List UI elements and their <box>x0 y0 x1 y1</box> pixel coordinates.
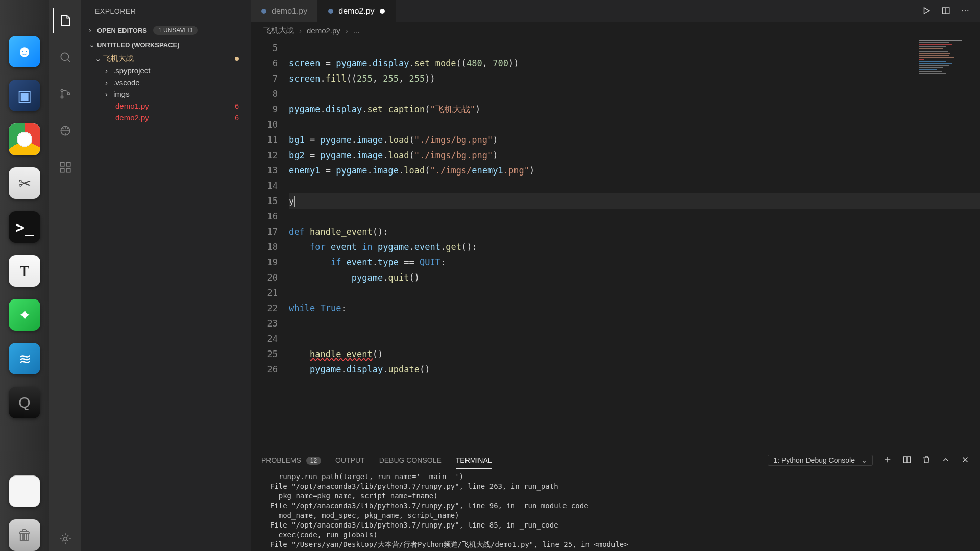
dock-trash-icon[interactable]: 🗑 <box>9 519 40 551</box>
tree-root-folder[interactable]: ⌄ 飞机大战 <box>82 52 251 65</box>
file-tree: ⌄ 飞机大战 › .spyproject › .vscode › imgs de… <box>82 52 251 551</box>
workspace-label: UNTITLED (WORKSPACE) <box>97 41 180 49</box>
panel-tab-bar: PROBLEMS 12 OUTPUT DEBUG CONSOLE TERMINA… <box>251 449 980 471</box>
panel-tab-problems[interactable]: PROBLEMS 12 <box>261 452 321 468</box>
activity-extensions-icon[interactable] <box>53 155 78 180</box>
activity-debug-icon[interactable] <box>53 118 78 143</box>
tab-demo1[interactable]: demo1.py <box>251 0 318 22</box>
code-content[interactable]: screen = pygame.display.set_mode((480, 7… <box>289 38 980 449</box>
chevron-right-icon: › <box>89 26 97 34</box>
panel-toolbar: 1: Python Debug Console ⌄ <box>768 455 970 466</box>
dock-quicktime-icon[interactable]: Q <box>9 387 40 418</box>
svg-point-13 <box>967 10 968 11</box>
split-editor-icon[interactable] <box>941 6 950 17</box>
breadcrumb-part[interactable]: 飞机大战 <box>263 26 294 35</box>
bottom-panel: PROBLEMS 12 OUTPUT DEBUG CONSOLE TERMINA… <box>251 449 980 551</box>
breadcrumb-part[interactable]: demo2.py <box>307 26 340 35</box>
svg-point-12 <box>965 10 966 11</box>
chevron-right-icon: › <box>346 26 348 35</box>
editor-area: demo1.py demo2.py 飞机大战 › demo2.py › ... <box>251 0 980 551</box>
new-terminal-icon[interactable] <box>883 455 892 466</box>
svg-point-0 <box>61 53 68 60</box>
dock-finder-icon[interactable]: ☻ <box>9 36 40 67</box>
svg-rect-7 <box>60 168 64 172</box>
workspace-section[interactable]: ⌄ UNTITLED (WORKSPACE) <box>82 38 251 52</box>
svg-point-11 <box>962 10 963 11</box>
tree-file-label: demo2.py <box>115 113 149 122</box>
breadcrumb[interactable]: 飞机大战 › demo2.py › ... <box>251 22 980 38</box>
more-actions-icon[interactable] <box>961 6 970 17</box>
dock-terminal-icon[interactable]: >_ <box>9 211 40 243</box>
tab-bar: demo1.py demo2.py <box>251 0 980 22</box>
svg-point-1 <box>61 89 63 91</box>
tab-label: demo1.py <box>272 7 307 16</box>
tree-folder[interactable]: › imgs <box>82 88 251 100</box>
dock-textedit-icon[interactable]: T <box>9 255 40 287</box>
python-file-icon <box>261 9 266 14</box>
panel-tab-label: PROBLEMS <box>261 456 301 464</box>
tree-folder-label: .vscode <box>113 78 140 87</box>
terminal-selector-label: 1: Python Debug Console <box>773 456 855 464</box>
chevron-right-icon: › <box>299 26 302 35</box>
activity-explorer-icon[interactable] <box>53 8 78 33</box>
close-panel-icon[interactable] <box>961 455 970 466</box>
svg-point-9 <box>63 537 67 541</box>
tree-file-label: demo1.py <box>115 102 149 110</box>
split-terminal-icon[interactable] <box>902 455 912 466</box>
svg-rect-8 <box>66 168 70 172</box>
run-icon[interactable] <box>922 6 931 17</box>
chevron-down-icon: ⌄ <box>861 456 867 464</box>
python-file-icon <box>328 9 333 14</box>
explorer-title: EXPLORER <box>82 0 251 22</box>
activity-bar <box>49 0 82 551</box>
dock-chrome-icon[interactable] <box>9 123 40 155</box>
dock-virtualbox-icon[interactable]: ▣ <box>9 80 40 111</box>
line-number-gutter: 567891011121314151617181920212223242526 <box>251 38 289 449</box>
svg-rect-6 <box>66 162 70 166</box>
modified-dot-icon <box>380 9 385 14</box>
explorer-sidebar: EXPLORER › OPEN EDITORS 1 UNSAVED ⌄ UNTI… <box>82 0 251 551</box>
dock-vscode-icon[interactable]: ≋ <box>9 343 40 374</box>
tree-folder-label: 飞机大战 <box>103 54 134 63</box>
error-count-badge: 6 <box>235 102 239 110</box>
macos-dock: ☻ ▣ ✂ >_ T ✦ ≋ Q 🗑 <box>0 0 49 551</box>
terminal-output[interactable]: runpy.run_path(target, run_name='__main_… <box>251 471 980 551</box>
tree-folder[interactable]: › .vscode <box>82 77 251 88</box>
dock-wechat-icon[interactable]: ✦ <box>9 299 40 331</box>
activity-source-control-icon[interactable] <box>53 82 78 106</box>
dock-preview-icon[interactable] <box>9 475 40 507</box>
breadcrumb-part[interactable]: ... <box>353 26 360 35</box>
tree-file[interactable]: demo1.py 6 <box>82 100 251 112</box>
tab-actions <box>912 0 980 22</box>
panel-tab-debug-console[interactable]: DEBUG CONSOLE <box>379 452 442 468</box>
chevron-right-icon: › <box>105 66 113 75</box>
minimap[interactable] <box>919 40 980 142</box>
panel-tab-output[interactable]: OUTPUT <box>335 452 365 468</box>
activity-settings-icon[interactable] <box>53 527 78 551</box>
tree-file[interactable]: demo2.py 6 <box>82 112 251 123</box>
open-editors-label: OPEN EDITORS <box>97 27 147 34</box>
svg-point-3 <box>67 93 69 95</box>
kill-terminal-icon[interactable] <box>922 455 931 466</box>
chevron-down-icon: ⌄ <box>95 54 103 63</box>
tree-folder-label: imgs <box>113 90 130 98</box>
tree-folder[interactable]: › .spyproject <box>82 65 251 77</box>
tab-label: demo2.py <box>338 7 374 16</box>
chevron-down-icon: ⌄ <box>89 41 97 49</box>
modified-dot-icon <box>235 57 239 61</box>
code-editor[interactable]: 567891011121314151617181920212223242526 … <box>251 38 980 449</box>
tab-demo2[interactable]: demo2.py <box>318 0 395 22</box>
dock-scissors-icon[interactable]: ✂ <box>9 167 40 199</box>
svg-rect-5 <box>60 162 64 166</box>
unsaved-badge: 1 UNSAVED <box>153 26 198 35</box>
terminal-selector-dropdown[interactable]: 1: Python Debug Console ⌄ <box>768 455 873 466</box>
maximize-panel-icon[interactable] <box>941 455 950 466</box>
svg-point-2 <box>61 96 63 98</box>
error-count-badge: 6 <box>235 114 239 122</box>
open-editors-section[interactable]: › OPEN EDITORS 1 UNSAVED <box>82 22 251 38</box>
activity-search-icon[interactable] <box>53 45 78 69</box>
chevron-right-icon: › <box>105 78 113 87</box>
problems-count-badge: 12 <box>306 457 321 465</box>
panel-tab-terminal[interactable]: TERMINAL <box>456 452 492 469</box>
tree-folder-label: .spyproject <box>113 66 151 75</box>
